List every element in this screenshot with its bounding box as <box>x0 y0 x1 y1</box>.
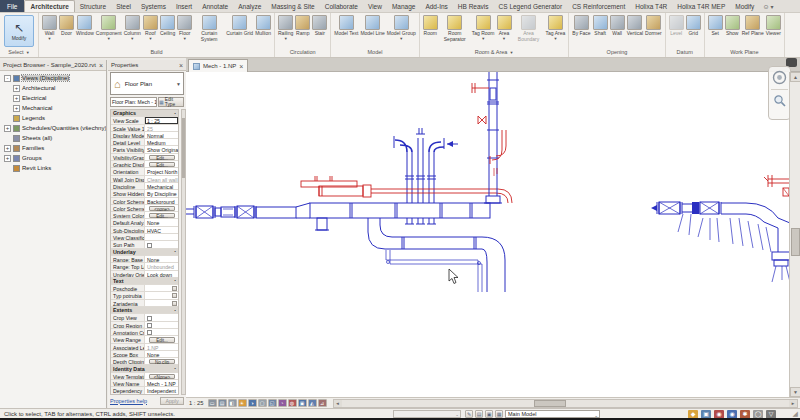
temporary-hide-isolate-icon[interactable]: ◔ <box>278 399 287 407</box>
show-button[interactable]: Show <box>724 14 741 37</box>
section-collapse-icon[interactable]: ▪ <box>175 249 176 254</box>
wall-button[interactable]: Wall▼ <box>41 14 58 41</box>
vertical-duct-column[interactable] <box>472 72 506 203</box>
property-value[interactable]: Look down <box>145 271 178 277</box>
reveal-hidden-elements-icon[interactable]: ◍ <box>288 399 297 407</box>
tree-expander-icon[interactable]: + <box>13 105 20 112</box>
stair-button[interactable]: Stair <box>311 14 328 37</box>
wall-button[interactable]: Wall <box>609 14 626 37</box>
tag-room-button[interactable]: Tag Room▼ <box>471 14 496 41</box>
ribbon-tab-collaborate[interactable]: Collaborate <box>320 0 363 12</box>
ribbon-tab-add-ins[interactable]: Add-Ins <box>420 0 452 12</box>
dormer-button[interactable]: Dormer <box>644 14 663 37</box>
property-mini-button[interactable] <box>172 286 177 291</box>
edit-type-button[interactable]: ▦ Edit Type <box>158 97 184 107</box>
property-value[interactable]: Clean all wall j... <box>145 176 178 182</box>
window-button[interactable]: Window <box>75 14 95 37</box>
mullion-button[interactable]: Mullion <box>254 14 272 37</box>
grid-button[interactable]: Grid <box>685 14 702 37</box>
property-value[interactable]: Edit... <box>145 336 178 342</box>
property-value[interactable] <box>145 300 178 306</box>
shadows-icon[interactable]: ◑ <box>248 399 257 407</box>
door-button[interactable]: Door <box>58 14 75 37</box>
active-workset-dropdown[interactable]: ⌄ <box>393 410 461 418</box>
scroll-up-arrow-icon[interactable]: ▲ <box>790 72 800 82</box>
ribbon-tab-structure[interactable]: Structure <box>75 0 111 12</box>
ribbon-tab-insert[interactable]: Insert <box>171 0 197 12</box>
property-value[interactable]: 1.NP <box>145 344 178 350</box>
property-edit-button[interactable]: No clip <box>149 359 175 364</box>
ref-plane-button[interactable]: Ref Plane <box>741 14 765 37</box>
railing-button[interactable]: Railing▼ <box>277 14 294 41</box>
property-value[interactable]: No clip <box>145 358 178 364</box>
type-selector[interactable]: ⌂ Floor Plan ▼ <box>110 72 184 95</box>
project-browser-close-icon[interactable]: × <box>99 62 103 69</box>
property-value[interactable]: Show Original <box>145 146 178 152</box>
visual-style-icon[interactable]: ◧ <box>228 399 237 407</box>
tree-item-mechanical[interactable]: +Mechanical <box>2 103 106 113</box>
property-value[interactable]: Edit... <box>145 154 178 160</box>
tree-item-sheets-all-[interactable]: Sheets (all) <box>2 133 106 143</box>
scale-icon[interactable]: ▭ <box>208 399 217 407</box>
by-face-button[interactable]: By Face <box>571 14 591 37</box>
drawing-area[interactable] <box>186 72 789 397</box>
ramp-button[interactable]: Ramp <box>294 14 311 37</box>
property-value[interactable]: None <box>145 256 178 262</box>
property-value[interactable]: Mech - 1.NP <box>145 380 178 386</box>
detail-level-icon[interactable]: ▤ <box>218 399 227 407</box>
tree-item-architectural[interactable]: +Architectural <box>2 83 106 93</box>
tree-item-schedules-quantities-v-echny-[interactable]: +Schedules/Quantities (všechny) <box>2 123 106 133</box>
window-status-icon[interactable]: ▦ <box>495 410 503 418</box>
ceiling-button[interactable]: Ceiling <box>159 14 176 37</box>
file-menu-button[interactable]: File <box>0 0 24 12</box>
floor-button[interactable]: Floor▼ <box>176 14 193 41</box>
ribbon-display-toggle-icon[interactable]: ⊙ <box>763 3 768 10</box>
property-value[interactable] <box>145 292 178 298</box>
tag-area-button[interactable]: Tag Area▼ <box>545 14 567 41</box>
ribbon-tab-analyze[interactable]: Analyze <box>233 0 266 12</box>
ribbon-tab-modify[interactable]: Modify <box>730 0 759 12</box>
tree-expander-icon[interactable]: + <box>4 155 11 162</box>
tree-item-revit-links[interactable]: Revit Links <box>2 163 106 173</box>
scroll-left-arrow-icon[interactable]: ◄ <box>334 400 342 407</box>
tree-expander-icon[interactable]: + <box>4 145 11 152</box>
view-tab-close-icon[interactable]: × <box>239 63 243 70</box>
room-separator-button[interactable]: Room Separator <box>439 14 471 42</box>
section-collapse-icon[interactable]: ▪ <box>175 366 176 371</box>
property-value[interactable] <box>145 314 178 320</box>
steering-wheel-icon[interactable] <box>772 70 787 85</box>
property-edit-button[interactable]: Edit... <box>149 155 175 160</box>
sun-path-icon[interactable]: ☀ <box>238 399 247 407</box>
lower-duct-elbow[interactable] <box>368 218 505 292</box>
property-value[interactable] <box>145 322 178 328</box>
model-group-button[interactable]: Model Group▼ <box>386 14 417 41</box>
property-edit-button[interactable]: Edit... <box>149 162 175 167</box>
ribbon-tab-massing-site[interactable]: Massing & Site <box>266 0 319 12</box>
apply-button[interactable]: Apply <box>160 397 184 405</box>
property-value[interactable]: Mechanical <box>145 183 178 189</box>
properties-help-link[interactable]: Properties help <box>110 398 147 404</box>
horizontal-scroll-thumb[interactable] <box>534 400 566 407</box>
tree-item-electrical[interactable]: +Electrical <box>2 93 106 103</box>
ribbon-tab-holixa-t4r-mep[interactable]: Holixa T4R MEP <box>672 0 730 12</box>
link-status-icon[interactable]: ▣ <box>485 410 493 418</box>
properties-title-bar[interactable]: Properties × <box>108 60 186 71</box>
property-value[interactable]: Unbounded <box>145 263 178 269</box>
tree-item-views-discipline-[interactable]: -Views (Discipline) <box>2 73 106 83</box>
scroll-down-arrow-icon[interactable]: ▼ <box>790 387 800 397</box>
temporary-view-properties-icon[interactable]: ▣ <box>298 399 307 407</box>
ribbon-tab-annotate[interactable]: Annotate <box>197 0 233 12</box>
property-checkbox[interactable] <box>147 316 152 321</box>
section-collapse-icon[interactable]: ▪ <box>175 111 176 116</box>
property-checkbox[interactable] <box>147 243 152 248</box>
shaft-button[interactable]: Shaft <box>592 14 609 37</box>
property-value[interactable] <box>145 241 178 247</box>
show-crop-region-icon[interactable]: ◱ <box>268 399 277 407</box>
section-header-extents[interactable]: Extents▪ <box>111 307 178 314</box>
property-value[interactable]: Independent <box>145 387 178 393</box>
section-header-text[interactable]: Text▪ <box>111 278 178 285</box>
property-mini-button[interactable] <box>172 301 177 306</box>
thin-pipe-run[interactable] <box>386 250 482 292</box>
property-value[interactable] <box>145 329 178 335</box>
property-edit-button[interactable]: <None> <box>149 374 175 379</box>
